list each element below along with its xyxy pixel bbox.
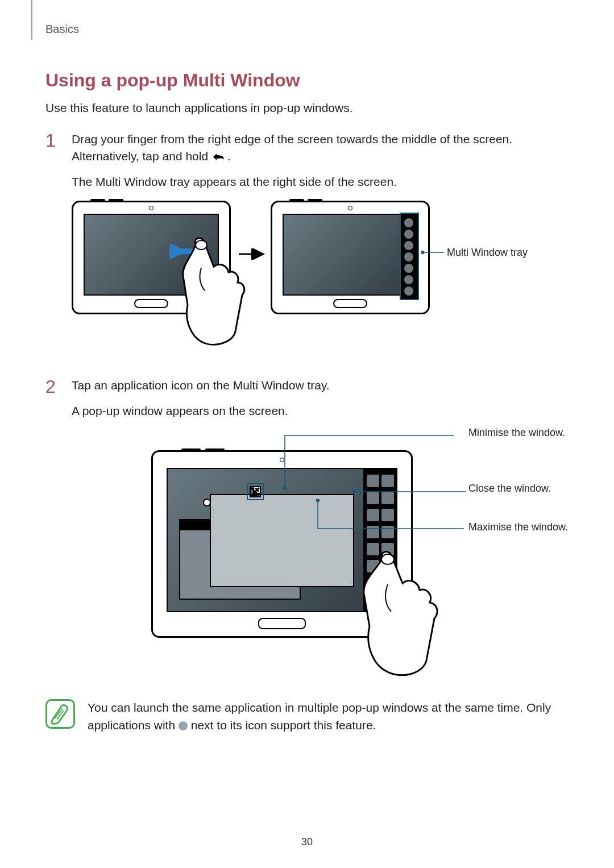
step-2-p1: Tap an application icon on the Multi Win… <box>72 377 569 394</box>
step-1-p1: Drag your finger from the right edge of … <box>72 131 569 165</box>
svg-point-1 <box>196 240 207 250</box>
popup-close-icon <box>247 483 264 500</box>
svg-point-14 <box>284 487 287 489</box>
svg-point-13 <box>381 554 394 564</box>
note-block: You can launch the same application in m… <box>45 699 569 734</box>
figure-1: Multi Window tray <box>72 201 569 348</box>
step-1-p2: The Multi Window tray appears at the rig… <box>72 173 569 190</box>
note-icon <box>45 699 75 729</box>
step-1: 1 Drag your finger from the right edge o… <box>45 131 569 371</box>
running-head: Basics <box>45 23 569 36</box>
svg-point-4 <box>421 251 424 254</box>
svg-point-17 <box>317 499 320 502</box>
callout-multi-window-tray: Multi Window tray <box>447 246 528 259</box>
step-2-p2: A pop-up window appears on the screen. <box>72 402 569 420</box>
callout-close: Close the window. <box>468 482 551 495</box>
step-number: 1 <box>45 131 59 371</box>
callout-maximise: Maximise the window. <box>468 521 568 534</box>
step-number: 2 <box>45 377 59 689</box>
step-1-text-b: . <box>227 149 231 163</box>
page-number: 30 <box>0 836 614 848</box>
section-title: Using a pop-up Multi Window <box>45 70 569 91</box>
step-2: 2 Tap an application icon on the Multi W… <box>45 377 569 689</box>
note-text: You can launch the same application in m… <box>88 699 569 734</box>
intro-text: Use this feature to launch applications … <box>45 101 569 115</box>
note-text-b: next to its icon support this feature. <box>191 719 376 732</box>
figure-2: Minimise the window. Close the window. M… <box>72 427 569 672</box>
svg-point-16 <box>352 491 355 493</box>
multi-instance-dot-icon <box>179 721 188 730</box>
step-1-text-a: Drag your finger from the right edge of … <box>72 132 512 163</box>
callout-minimise: Minimise the window. <box>468 426 565 439</box>
back-icon <box>211 152 227 162</box>
